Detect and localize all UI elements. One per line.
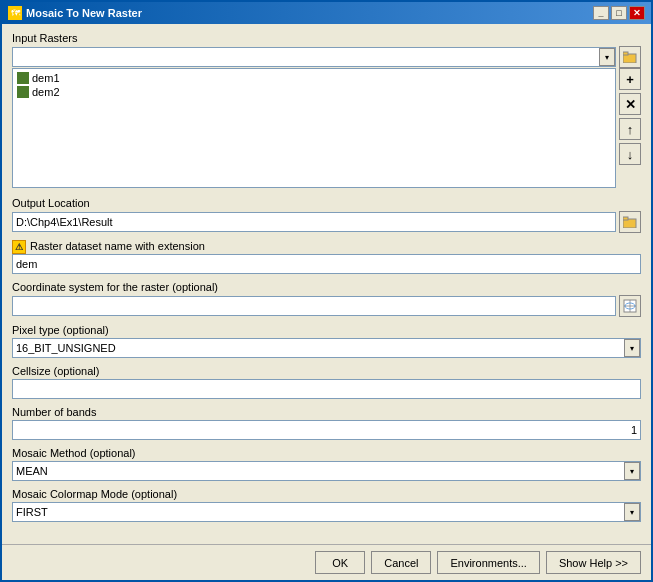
cellsize-section: Cellsize (optional) bbox=[12, 365, 641, 399]
cellsize-label: Cellsize (optional) bbox=[12, 365, 641, 377]
move-up-button[interactable]: ↑ bbox=[619, 118, 641, 140]
bottom-bar: OK Cancel Environments... Show Help >> bbox=[2, 544, 651, 580]
mosaic-colormap-dropdown[interactable]: FIRST ▾ bbox=[12, 502, 641, 522]
title-bar-left: 🗺 Mosaic To New Raster bbox=[8, 6, 142, 20]
mosaic-method-label: Mosaic Method (optional) bbox=[12, 447, 641, 459]
mosaic-colormap-section: Mosaic Colormap Mode (optional) FIRST ▾ bbox=[12, 488, 641, 522]
ok-button[interactable]: OK bbox=[315, 551, 365, 574]
svg-rect-1 bbox=[623, 52, 628, 55]
input-rasters-arrow[interactable]: ▾ bbox=[599, 48, 615, 66]
pixel-type-arrow[interactable]: ▾ bbox=[624, 339, 640, 357]
raster-name-section: ⚠ Raster dataset name with extension bbox=[12, 240, 641, 274]
raster-name-warning-row: ⚠ Raster dataset name with extension bbox=[12, 240, 641, 254]
pixel-type-section: Pixel type (optional) 16_BIT_UNSIGNED ▾ bbox=[12, 324, 641, 358]
pixel-type-label: Pixel type (optional) bbox=[12, 324, 641, 336]
output-location-browse-button[interactable] bbox=[619, 211, 641, 233]
folder-open-icon bbox=[623, 216, 637, 228]
raster-name-input[interactable] bbox=[12, 254, 641, 274]
mosaic-colormap-value: FIRST bbox=[13, 505, 624, 519]
close-button[interactable]: ✕ bbox=[629, 6, 645, 20]
raster-list[interactable]: dem1 dem2 bbox=[12, 68, 616, 188]
output-location-label: Output Location bbox=[12, 197, 641, 209]
raster-icon bbox=[17, 86, 29, 98]
folder-icon bbox=[623, 51, 637, 63]
input-rasters-dropdown-row: ▾ bbox=[12, 46, 641, 68]
move-down-button[interactable]: ↓ bbox=[619, 143, 641, 165]
num-bands-section: Number of bands bbox=[12, 406, 641, 440]
output-location-section: Output Location bbox=[12, 197, 641, 233]
raster-item-name: dem2 bbox=[32, 86, 60, 98]
num-bands-row bbox=[12, 420, 641, 440]
raster-list-container: dem1 dem2 + ✕ ↑ ↓ bbox=[12, 68, 641, 188]
raster-side-buttons: + ✕ ↑ ↓ bbox=[619, 68, 641, 188]
raster-icon bbox=[17, 72, 29, 84]
warning-icon: ⚠ bbox=[12, 240, 26, 254]
environments-button[interactable]: Environments... bbox=[437, 551, 539, 574]
num-bands-label: Number of bands bbox=[12, 406, 641, 418]
cancel-button[interactable]: Cancel bbox=[371, 551, 431, 574]
output-location-row bbox=[12, 211, 641, 233]
list-item: dem1 bbox=[15, 71, 613, 85]
pixel-type-row: 16_BIT_UNSIGNED ▾ bbox=[12, 338, 641, 358]
mosaic-method-section: Mosaic Method (optional) MEAN ▾ bbox=[12, 447, 641, 481]
mosaic-colormap-arrow[interactable]: ▾ bbox=[624, 503, 640, 521]
coord-system-browse-button[interactable] bbox=[619, 295, 641, 317]
mosaic-method-arrow[interactable]: ▾ bbox=[624, 462, 640, 480]
coord-system-label: Coordinate system for the raster (option… bbox=[12, 281, 641, 293]
pixel-type-value: 16_BIT_UNSIGNED bbox=[13, 341, 624, 355]
add-raster-button[interactable]: + bbox=[619, 68, 641, 90]
mosaic-colormap-label: Mosaic Colormap Mode (optional) bbox=[12, 488, 641, 500]
minimize-button[interactable]: _ bbox=[593, 6, 609, 20]
output-location-input[interactable] bbox=[12, 212, 616, 232]
input-rasters-dropdown[interactable]: ▾ bbox=[12, 47, 616, 67]
title-bar: 🗺 Mosaic To New Raster _ □ ✕ bbox=[2, 2, 651, 24]
coord-system-input[interactable] bbox=[12, 296, 616, 316]
coord-system-row bbox=[12, 295, 641, 317]
window-title: Mosaic To New Raster bbox=[26, 7, 142, 19]
dialog-content: Input Rasters ▾ dem1 bbox=[2, 24, 651, 544]
cellsize-input[interactable] bbox=[12, 379, 641, 399]
raster-item-name: dem1 bbox=[32, 72, 60, 84]
input-rasters-value bbox=[13, 56, 599, 58]
pixel-type-dropdown[interactable]: 16_BIT_UNSIGNED ▾ bbox=[12, 338, 641, 358]
mosaic-method-value: MEAN bbox=[13, 464, 624, 478]
show-help-button[interactable]: Show Help >> bbox=[546, 551, 641, 574]
input-rasters-section: Input Rasters ▾ dem1 bbox=[12, 32, 641, 190]
svg-rect-3 bbox=[623, 217, 628, 220]
raster-name-label: Raster dataset name with extension bbox=[30, 240, 205, 252]
title-buttons: _ □ ✕ bbox=[593, 6, 645, 20]
num-bands-input[interactable] bbox=[12, 420, 641, 440]
maximize-button[interactable]: □ bbox=[611, 6, 627, 20]
coord-icon bbox=[623, 299, 637, 313]
input-rasters-label: Input Rasters bbox=[12, 32, 641, 44]
input-rasters-browse-button[interactable] bbox=[619, 46, 641, 68]
mosaic-method-dropdown[interactable]: MEAN ▾ bbox=[12, 461, 641, 481]
window-icon: 🗺 bbox=[8, 6, 22, 20]
coord-system-section: Coordinate system for the raster (option… bbox=[12, 281, 641, 317]
main-window: 🗺 Mosaic To New Raster _ □ ✕ Input Raste… bbox=[0, 0, 653, 582]
remove-raster-button[interactable]: ✕ bbox=[619, 93, 641, 115]
list-item: dem2 bbox=[15, 85, 613, 99]
